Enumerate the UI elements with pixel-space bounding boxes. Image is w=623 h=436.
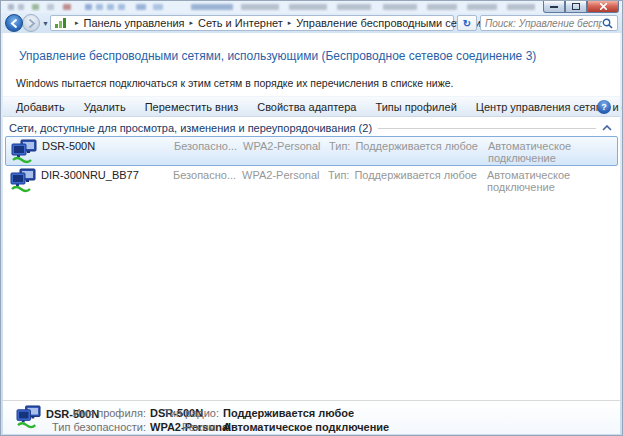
list-group-header: Сети, доступные для просмотра, изменения… — [3, 121, 620, 135]
breadcrumb-field[interactable]: ▸ Панель управления ▸ Сеть и Интернет ▸ … — [50, 15, 454, 31]
refresh-icon: ↻ — [463, 18, 471, 29]
breadcrumb-separator-icon[interactable]: ▸ — [190, 19, 194, 27]
breadcrumb-control-panel[interactable]: Панель управления — [84, 17, 185, 29]
blurred-toolbar-artifacts — [1, 1, 622, 13]
restore-icon — [572, 3, 580, 10]
network-connection-mode: Автоматическое подключение — [488, 140, 617, 164]
search-icon[interactable] — [602, 18, 613, 29]
refresh-button[interactable]: ↻ — [457, 15, 477, 31]
close-button[interactable] — [587, 1, 619, 13]
security-type-label: Тип безопасности: — [43, 421, 146, 433]
recent-pages-dropdown-icon[interactable]: ▼ — [42, 20, 49, 27]
search-box[interactable]: Поиск: Управление беспроводными ... — [480, 15, 618, 31]
network-row-dir-300nru[interactable]: DIR-300NRU_BB77 Безопасно...WPA2-Persona… — [5, 166, 618, 196]
page-title: Управление беспроводными сетями, использ… — [19, 49, 536, 63]
network-name: DSR-500N — [42, 140, 95, 152]
minimize-icon — [550, 5, 558, 8]
back-button[interactable] — [5, 14, 23, 32]
network-row-dsr-500n[interactable]: DSR-500N Безопасно...WPA2-Personal Тип:П… — [5, 136, 618, 166]
network-list: DSR-500N Безопасно...WPA2-Personal Тип:П… — [3, 136, 620, 196]
search-placeholder: Поиск: Управление беспроводными ... — [485, 18, 602, 29]
profile-types-button[interactable]: Типы профилей — [375, 101, 456, 113]
network-security: Безопасно...WPA2-Personal — [174, 140, 321, 152]
radio-type-label: Тип радио: — [153, 407, 219, 419]
collapse-group-icon[interactable] — [602, 125, 612, 131]
help-icon[interactable]: ? — [597, 100, 611, 114]
group-divider — [378, 128, 596, 129]
forward-button[interactable] — [22, 14, 40, 32]
mode-label: Режим: — [153, 421, 219, 433]
network-type: Тип:Поддерживается любое — [328, 169, 477, 181]
network-type: Тип:Поддерживается любое — [329, 140, 478, 152]
maximize-button[interactable] — [565, 1, 587, 13]
details-pane: DSR-500N Имя профиля: DSR-500N Тип безоп… — [3, 400, 620, 434]
group-title: Сети, доступные для просмотра, изменения… — [9, 122, 372, 134]
profile-name-label: Имя профиля: — [43, 407, 146, 419]
wireless-network-icon — [11, 139, 38, 164]
window-titlebar — [1, 1, 622, 13]
breadcrumb-network-internet[interactable]: Сеть и Интернет — [198, 17, 283, 29]
wireless-network-icon — [10, 168, 37, 193]
page-description: Windows пытается подключаться к этим сет… — [16, 77, 453, 89]
breadcrumb-separator-icon: ▸ — [75, 19, 79, 27]
minimize-button[interactable] — [543, 1, 565, 13]
add-button[interactable]: Добавить — [16, 101, 65, 113]
adapter-properties-button[interactable]: Свойства адаптера — [257, 101, 356, 113]
breadcrumb-manage-wireless[interactable]: Управление беспроводными сетями — [296, 17, 481, 29]
window-controls — [543, 1, 619, 13]
command-toolbar: Добавить Удалить Переместить вниз Свойст… — [3, 96, 620, 117]
move-down-button[interactable]: Переместить вниз — [145, 101, 239, 113]
manage-wireless-networks-window: ▼ ▸ Панель управления ▸ Сеть и Интернет … — [0, 0, 623, 436]
breadcrumb-separator-icon[interactable]: ▸ — [288, 19, 292, 27]
address-bar: ▼ ▸ Панель управления ▸ Сеть и Интернет … — [1, 13, 622, 33]
selected-network-icon — [16, 405, 42, 429]
radio-type-value: Поддерживается любое — [223, 407, 354, 419]
close-icon — [600, 3, 607, 10]
remove-button[interactable]: Удалить — [84, 101, 126, 113]
network-security: Безопасно...WPA2-Personal — [173, 169, 320, 181]
forward-arrow-icon — [27, 19, 36, 28]
network-connection-mode: Автоматическое подключение — [487, 169, 618, 193]
network-page-icon — [55, 18, 67, 28]
mode-value: Автоматическое подключение — [223, 421, 389, 433]
back-arrow-icon — [10, 19, 19, 28]
content-area: Управление беспроводными сетями, использ… — [3, 33, 620, 433]
network-name: DIR-300NRU_BB77 — [41, 169, 139, 181]
